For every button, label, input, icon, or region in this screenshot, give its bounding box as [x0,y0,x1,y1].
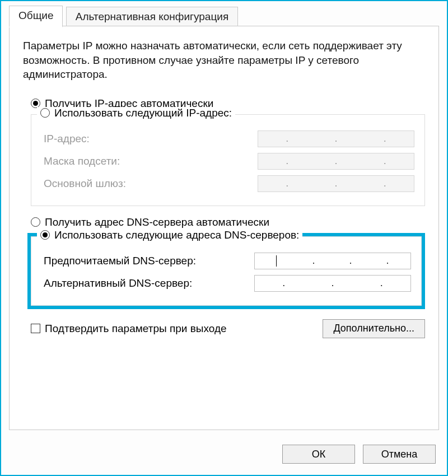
tab-alt-config[interactable]: Альтернативная конфигурация [66,7,238,27]
ip-address-label: IP-адрес: [44,133,90,145]
group-ip-manual: Использовать следующий IP-адрес: IP-адре… [31,114,425,206]
subnet-mask-label: Маска подсети: [44,155,120,167]
alternate-dns-label: Альтернативный DNS-сервер: [44,277,192,290]
advanced-button[interactable]: Дополнительно... [323,319,425,338]
properties-dialog: Общие Альтернативная конфигурация Параме… [0,0,448,476]
preferred-dns-input[interactable]: ... [254,253,411,269]
radio-icon [31,217,40,227]
tab-panel-general: Параметры IP можно назначать автоматичес… [9,26,439,430]
confirm-checkbox-label: Подтвердить параметры при выходе [45,323,227,335]
text-caret-icon [276,255,277,267]
tab-strip: Общие Альтернативная конфигурация [9,6,439,28]
radio-icon [40,108,50,118]
ok-button[interactable]: ОК [282,445,355,464]
radio-dns-auto-label: Получить адрес DNS-сервера автоматически [45,216,269,228]
radio-icon [40,230,50,240]
cancel-button[interactable]: Отмена [363,445,436,464]
confirm-row: Подтвердить параметры при выходе Дополни… [31,319,425,338]
subnet-mask-input: ... [258,153,414,170]
radio-dns-manual-label: Использовать следующие адреса DNS-сервер… [54,229,299,241]
confirm-checkbox[interactable]: Подтвердить параметры при выходе [31,323,227,335]
alternate-dns-input[interactable]: ... [254,275,411,292]
dialog-footer: ОК Отмена [282,445,436,464]
radio-dns-manual[interactable]: Использовать следующие адреса DNS-сервер… [37,229,302,241]
radio-ip-manual[interactable]: Использовать следующий IP-адрес: [37,107,235,119]
tab-general[interactable]: Общие [9,6,63,27]
group-dns-manual: Использовать следующие адреса DNS-сервер… [31,236,422,306]
gateway-input: ... [258,175,414,192]
preferred-dns-label: Предпочитаемый DNS-сервер: [44,255,196,267]
description-text: Параметры IP можно назначать автоматичес… [23,39,425,82]
gateway-label: Основной шлюз: [44,178,126,190]
ip-address-input: ... [258,130,414,147]
radio-ip-manual-label: Использовать следующий IP-адрес: [54,107,232,119]
highlight-dns-manual: Использовать следующие адреса DNS-сервер… [27,233,425,309]
checkbox-icon [31,324,40,333]
radio-dns-auto[interactable]: Получить адрес DNS-сервера автоматически [31,216,425,228]
